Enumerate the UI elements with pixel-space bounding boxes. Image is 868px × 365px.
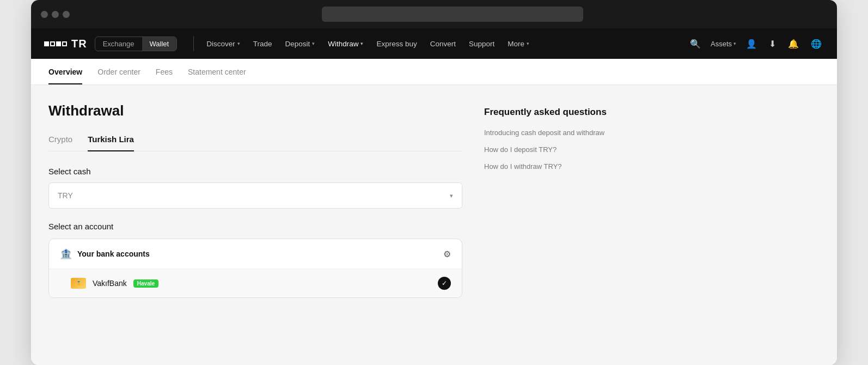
- nav-discover-label: Discover: [206, 40, 235, 48]
- nav-links: Discover ▾ Trade Deposit ▾ Withdraw ▾ Ex…: [200, 35, 688, 52]
- bell-icon[interactable]: 🔔: [786, 36, 801, 51]
- left-panel: Withdrawal Crypto Turkish Lira Select ca…: [48, 102, 462, 298]
- nav-express-buy-label: Express buy: [376, 40, 417, 48]
- nav-deposit[interactable]: Deposit ▾: [279, 35, 321, 52]
- search-button[interactable]: 🔍: [688, 36, 703, 51]
- nav-more-label: More: [508, 40, 524, 48]
- select-cash-value: TRY: [58, 191, 73, 200]
- logo-area: TR: [44, 38, 87, 50]
- page-body: Withdrawal Crypto Turkish Lira Select ca…: [31, 85, 837, 298]
- withdrawal-tabs: Crypto Turkish Lira: [48, 135, 462, 151]
- discover-chevron-icon: ▾: [237, 41, 240, 46]
- faq-item-2[interactable]: How do I withdraw TRY?: [484, 162, 669, 171]
- bank-card-header: 🏦 Your bank accounts ⚙: [49, 239, 462, 269]
- tab-order-center[interactable]: Order center: [97, 59, 140, 84]
- check-selected-icon: ✓: [438, 277, 451, 290]
- navbar: TR Exchange Wallet Discover ▾ Trade Depo…: [31, 28, 837, 59]
- assets-label: Assets: [711, 40, 732, 48]
- globe-icon[interactable]: 🌐: [809, 36, 824, 51]
- bank-card-title: 🏦 Your bank accounts: [60, 248, 150, 260]
- bank-building-icon: 🏦: [60, 248, 72, 260]
- main-content: Overview Order center Fees Statement cen…: [31, 59, 837, 365]
- tab-statement-center[interactable]: Statement center: [188, 59, 246, 84]
- nav-trade[interactable]: Trade: [247, 35, 278, 52]
- logo-box: TR: [44, 38, 87, 50]
- browser-dot-yellow: [52, 11, 59, 18]
- right-panel: Frequently asked questions Introducing c…: [484, 102, 669, 298]
- faq-title: Frequently asked questions: [484, 107, 669, 118]
- select-account-label: Select an account: [48, 222, 462, 231]
- logo-text: TR: [71, 38, 87, 50]
- tab-overview[interactable]: Overview: [48, 59, 82, 84]
- browser-chrome: [31, 0, 837, 28]
- tab-exchange[interactable]: Exchange: [95, 37, 142, 51]
- more-chevron-icon: ▾: [527, 41, 529, 46]
- withdraw-chevron-icon: ▾: [360, 41, 363, 46]
- select-cash-chevron-icon: ▾: [450, 192, 453, 199]
- tab-wallet[interactable]: Wallet: [142, 37, 177, 51]
- browser-dot-red: [41, 11, 48, 18]
- gear-settings-icon[interactable]: ⚙: [443, 249, 451, 259]
- page-title: Withdrawal: [48, 102, 462, 119]
- nav-convert-label: Convert: [430, 40, 456, 48]
- vakifbank-logo: 🏅: [71, 278, 86, 289]
- browser-dot-green: [63, 11, 70, 18]
- address-bar[interactable]: [322, 7, 583, 22]
- deposit-chevron-icon: ▾: [312, 41, 315, 46]
- nav-convert[interactable]: Convert: [424, 35, 462, 52]
- nav-support[interactable]: Support: [463, 35, 500, 52]
- tab-crypto[interactable]: Crypto: [48, 135, 72, 151]
- assets-chevron-icon: ▾: [733, 41, 736, 46]
- sub-tabs: Overview Order center Fees Statement cen…: [31, 59, 837, 85]
- nav-deposit-label: Deposit: [285, 40, 310, 48]
- nav-discover[interactable]: Discover ▾: [200, 35, 246, 52]
- logo-icon: TR: [44, 38, 87, 50]
- nav-express-buy[interactable]: Express buy: [370, 35, 423, 52]
- sq1: [44, 41, 49, 46]
- browser-window: TR Exchange Wallet Discover ▾ Trade Depo…: [31, 0, 837, 365]
- nav-withdraw[interactable]: Withdraw ▾: [322, 35, 369, 52]
- nav-divider: [193, 36, 194, 51]
- download-icon[interactable]: ⬇: [767, 36, 778, 51]
- sq2: [50, 41, 55, 46]
- logo-squares: [44, 41, 67, 46]
- nav-right: 🔍 Assets ▾ 👤 ⬇ 🔔 🌐: [688, 36, 824, 51]
- bank-item[interactable]: 🏅 VakıfBank Havale ✓: [49, 269, 462, 297]
- assets-button[interactable]: Assets ▾: [711, 40, 736, 48]
- nav-support-label: Support: [469, 40, 494, 48]
- sq4: [62, 41, 67, 46]
- tab-turkish-lira[interactable]: Turkish Lira: [88, 135, 134, 151]
- nav-more[interactable]: More ▾: [502, 35, 535, 52]
- bank-name: VakıfBank: [93, 279, 127, 288]
- tab-fees[interactable]: Fees: [156, 59, 173, 84]
- sq3: [56, 41, 61, 46]
- nav-withdraw-label: Withdraw: [328, 40, 358, 48]
- nav-trade-label: Trade: [253, 40, 272, 48]
- bank-card: 🏦 Your bank accounts ⚙ 🏅 VakıfBank Haval…: [48, 239, 462, 298]
- user-icon[interactable]: 👤: [744, 36, 759, 51]
- select-cash-label: Select cash: [48, 167, 462, 176]
- browser-dots: [41, 11, 70, 18]
- havale-badge: Havale: [133, 279, 158, 288]
- select-cash-dropdown[interactable]: TRY ▾: [48, 182, 462, 209]
- exchange-wallet-tabs: Exchange Wallet: [95, 36, 177, 51]
- faq-item-1[interactable]: How do I deposit TRY?: [484, 145, 669, 154]
- faq-item-0[interactable]: Introducing cash deposit and withdraw: [484, 129, 669, 137]
- bank-card-title-text: Your bank accounts: [77, 250, 150, 258]
